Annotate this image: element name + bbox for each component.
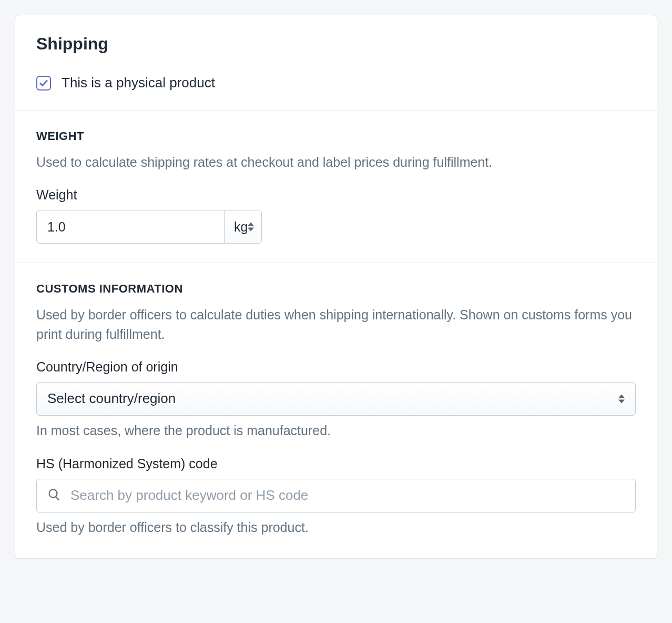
weight-unit-select[interactable]: kg xyxy=(224,210,262,244)
country-label: Country/Region of origin xyxy=(36,359,636,375)
hs-field-block: HS (Harmonized System) code Used by bord… xyxy=(36,456,636,535)
check-icon xyxy=(39,78,48,88)
chevron-up-icon xyxy=(248,222,254,226)
hs-label: HS (Harmonized System) code xyxy=(36,456,636,471)
physical-product-row: This is a physical product xyxy=(36,75,636,91)
shipping-header-section: Shipping This is a physical product xyxy=(15,15,657,110)
customs-description: Used by border officers to calculate dut… xyxy=(36,305,636,344)
country-select[interactable]: Select country/region xyxy=(36,382,636,416)
weight-label: Weight xyxy=(36,187,636,203)
weight-input-group: kg xyxy=(36,210,238,244)
country-select-placeholder: Select country/region xyxy=(47,390,176,407)
select-spinner-icon xyxy=(248,222,254,232)
search-icon xyxy=(47,488,61,504)
select-spinner-icon xyxy=(618,394,625,404)
physical-product-label: This is a physical product xyxy=(62,75,215,91)
shipping-card: Shipping This is a physical product WEIG… xyxy=(15,15,657,559)
hs-search-field[interactable] xyxy=(36,479,636,513)
weight-unit-value: kg xyxy=(234,219,248,235)
chevron-down-icon xyxy=(248,227,254,232)
weight-heading: WEIGHT xyxy=(36,129,636,143)
hs-help-text: Used by border officers to classify this… xyxy=(36,520,636,535)
shipping-title: Shipping xyxy=(36,34,636,54)
weight-section: WEIGHT Used to calculate shipping rates … xyxy=(15,110,657,263)
country-help-text: In most cases, where the product is manu… xyxy=(36,423,636,438)
customs-section: CUSTOMS INFORMATION Used by border offic… xyxy=(15,263,657,558)
hs-search-input[interactable] xyxy=(70,487,625,504)
physical-product-checkbox[interactable] xyxy=(36,76,51,91)
weight-input[interactable] xyxy=(36,210,224,244)
country-field-block: Country/Region of origin Select country/… xyxy=(36,359,636,438)
chevron-up-icon xyxy=(618,394,625,398)
weight-description: Used to calculate shipping rates at chec… xyxy=(36,153,636,172)
chevron-down-icon xyxy=(618,399,625,404)
customs-heading: CUSTOMS INFORMATION xyxy=(36,282,636,296)
